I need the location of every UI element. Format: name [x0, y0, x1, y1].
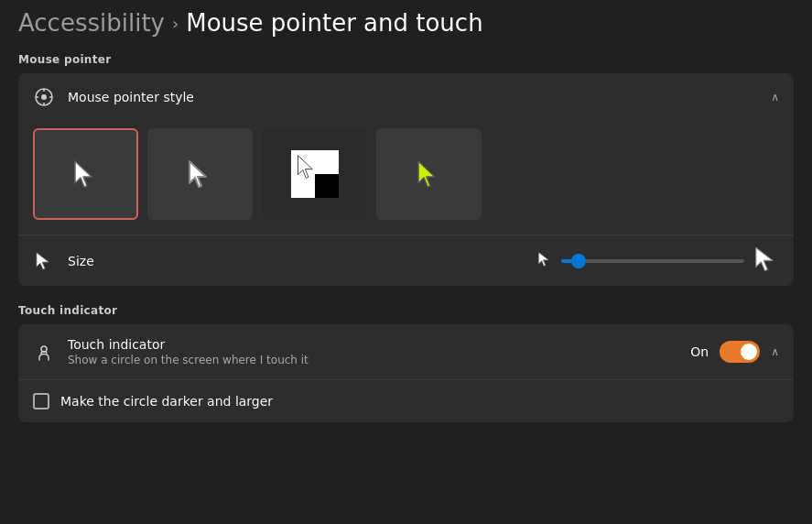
- svg-marker-9: [756, 247, 773, 270]
- pointer-style-yellow[interactable]: [376, 128, 482, 220]
- breadcrumb: Accessibility › Mouse pointer and touch: [18, 9, 794, 37]
- mouse-pointer-style-icon: [33, 86, 55, 108]
- mouse-pointer-style-card: Mouse pointer style ∧: [18, 73, 794, 286]
- mouse-pointer-section-label: Mouse pointer: [18, 53, 794, 66]
- svg-point-1: [41, 94, 47, 100]
- size-slider[interactable]: [561, 259, 744, 263]
- touch-indicator-icon: [33, 341, 55, 363]
- chevron-up-icon-touch: ∧: [771, 345, 779, 358]
- size-row: Size: [18, 235, 794, 286]
- size-label: Size: [68, 254, 537, 268]
- touch-circle-darker-checkbox[interactable]: [33, 393, 49, 409]
- mouse-pointer-style-row[interactable]: Mouse pointer style ∧: [18, 73, 794, 121]
- touch-indicator-subtitle: Show a circle on the screen where I touc…: [68, 354, 690, 366]
- touch-circle-darker-label: Make the circle darker and larger: [60, 394, 273, 409]
- breadcrumb-current: Mouse pointer and touch: [186, 9, 482, 37]
- pointer-style-outline[interactable]: [147, 128, 253, 220]
- touch-indicator-section: Touch indicator Touch indicator Show a c…: [18, 304, 794, 422]
- touch-indicator-section-label: Touch indicator: [18, 304, 794, 317]
- svg-marker-6: [418, 161, 435, 187]
- breadcrumb-parent-link[interactable]: Accessibility: [18, 9, 165, 37]
- size-controls: [537, 246, 779, 275]
- touch-indicator-text-group: Touch indicator Show a circle on the scr…: [68, 337, 690, 366]
- svg-marker-7: [37, 253, 49, 269]
- touch-indicator-toggle[interactable]: [720, 341, 760, 363]
- touch-indicator-toggle-thumb: [741, 344, 757, 360]
- size-small-cursor-icon: [537, 252, 552, 269]
- chevron-up-icon: ∧: [771, 91, 779, 104]
- size-cursor-icon: [33, 250, 55, 272]
- breadcrumb-separator: ›: [172, 14, 179, 33]
- touch-indicator-controls: On ∧: [690, 341, 779, 363]
- pointer-style-inverted[interactable]: [262, 128, 367, 220]
- svg-marker-8: [539, 253, 548, 266]
- svg-marker-4: [298, 156, 312, 179]
- svg-marker-3: [189, 161, 206, 187]
- touch-indicator-title: Touch indicator: [68, 337, 690, 352]
- touch-indicator-card: Touch indicator Show a circle on the scr…: [18, 324, 794, 422]
- touch-circle-darker-row: Make the circle darker and larger: [18, 379, 794, 422]
- size-large-cursor-icon: [753, 246, 779, 275]
- mouse-pointer-style-label: Mouse pointer style: [68, 90, 771, 104]
- svg-marker-2: [75, 161, 92, 187]
- pointer-style-white[interactable]: [33, 128, 138, 220]
- pointer-styles-grid: [18, 121, 794, 235]
- touch-indicator-main-row[interactable]: Touch indicator Show a circle on the scr…: [18, 324, 794, 379]
- touch-indicator-status-label: On: [690, 344, 709, 359]
